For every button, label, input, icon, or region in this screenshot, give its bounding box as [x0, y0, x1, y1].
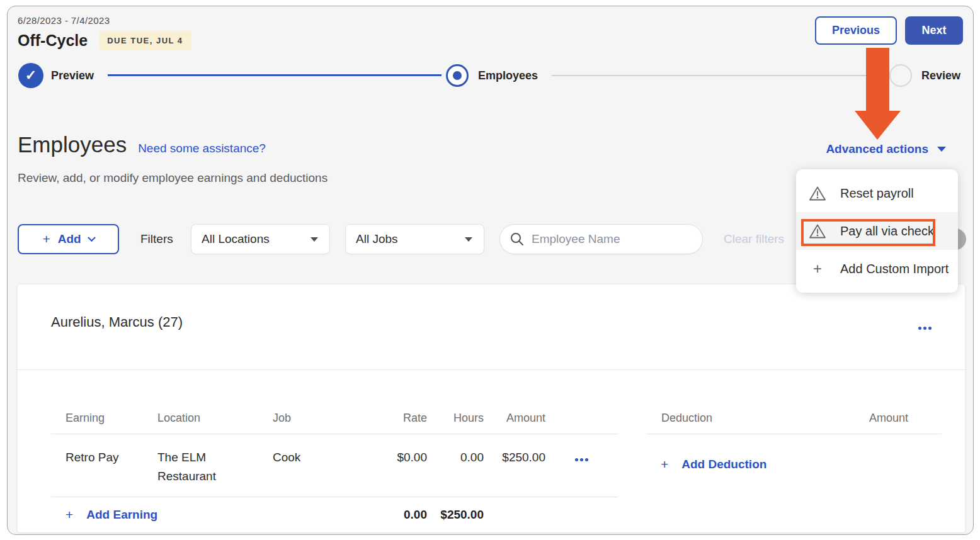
earnings-header-row: Earning Location Job Rate Hours Amount [51, 403, 618, 434]
clear-filters-button[interactable]: Clear filters [724, 224, 784, 254]
col-location: Location [157, 412, 273, 425]
add-deduction-button[interactable]: + Add Deduction [647, 434, 942, 472]
menu-item-label: Pay all via check [840, 224, 934, 239]
chevron-down-icon [88, 233, 96, 242]
location-filter-select[interactable]: All Locations [191, 224, 330, 254]
advanced-actions-label: Advanced actions [826, 142, 928, 156]
total-hours: 0.00 [372, 508, 427, 522]
step-review-label: Review [921, 69, 960, 82]
caret-down-icon [937, 147, 946, 152]
earning-amount: $250.00 [484, 448, 545, 488]
payroll-screen: 6/28/2023 - 7/4/2023 Off-Cycle DUE TUE, … [0, 0, 980, 540]
caret-down-icon [311, 237, 318, 242]
menu-item-label: Add Custom Import [840, 262, 949, 276]
earnings-table: Earning Location Job Rate Hours Amount R… [51, 403, 618, 532]
page-heading-row: Employees Need some assistance? [18, 132, 266, 157]
advanced-actions-button[interactable]: Advanced actions [826, 142, 946, 156]
annotation-arrow-icon [855, 48, 901, 140]
job-filter-value: All Jobs [356, 232, 398, 246]
menu-item-pay-all-via-check[interactable]: Pay all via check [796, 212, 958, 250]
wizard-nav-buttons: Previous Next [815, 16, 963, 45]
job-filter-select[interactable]: All Jobs [345, 224, 484, 254]
plus-icon: + [66, 507, 73, 522]
col-rate: Rate [372, 412, 427, 425]
employee-name: Aurelius, Marcus (27) [51, 314, 183, 330]
earning-job: Cook [273, 448, 372, 488]
employee-search-input[interactable] [532, 232, 692, 246]
col-amount: Amount [484, 412, 545, 425]
add-earning-button[interactable]: + Add Earning [51, 507, 372, 522]
step-employees-current-icon [446, 64, 469, 87]
stepper-connector-complete [108, 74, 442, 76]
location-filter-value: All Locations [202, 232, 270, 246]
col-deduction: Deduction [647, 412, 841, 425]
col-deduction-amount: Amount [841, 412, 942, 425]
plus-icon: + [661, 457, 668, 472]
col-hours: Hours [427, 412, 484, 425]
add-deduction-label: Add Deduction [681, 458, 766, 471]
plus-icon: + [809, 260, 826, 278]
menu-item-reset-payroll[interactable]: Reset payroll [796, 174, 958, 212]
ellipsis-icon [918, 327, 921, 330]
col-earning: Earning [51, 412, 157, 425]
earning-row-menu-button[interactable] [545, 448, 584, 488]
assistance-link[interactable]: Need some assistance? [138, 142, 266, 155]
step-employees-label: Employees [478, 69, 538, 82]
earning-name: Retro Pay [51, 448, 157, 488]
previous-button[interactable]: Previous [815, 16, 897, 45]
employee-search[interactable] [499, 224, 703, 254]
add-button-label: Add [58, 232, 81, 246]
warning-triangle-icon [809, 186, 826, 201]
title-row: Off-Cycle DUE TUE, JUL 4 [18, 31, 191, 50]
total-amount: $250.00 [427, 508, 484, 522]
stepper-connector-upcoming [552, 75, 887, 76]
deductions-table: Deduction Amount + Add Deduction [647, 403, 942, 472]
warning-triangle-icon [809, 223, 826, 239]
app-window: 6/28/2023 - 7/4/2023 Off-Cycle DUE TUE, … [7, 6, 974, 535]
step-preview-label: Preview [51, 69, 94, 82]
next-button[interactable]: Next [905, 16, 963, 45]
col-job: Job [273, 412, 372, 425]
plus-icon: + [42, 232, 50, 247]
page-title: Employees [18, 132, 127, 157]
pay-period-date-range: 6/28/2023 - 7/4/2023 [18, 15, 110, 26]
search-icon [510, 232, 524, 246]
employee-card: Aurelius, Marcus (27) Earning Location J… [18, 284, 965, 532]
menu-item-label: Reset payroll [840, 186, 914, 201]
step-preview-complete-icon: ✓ [18, 63, 43, 88]
payroll-type-title: Off-Cycle [18, 31, 88, 50]
due-date-badge: DUE TUE, JUL 4 [99, 31, 191, 50]
ellipsis-icon [575, 458, 578, 461]
current-step-dot [453, 71, 462, 80]
add-button[interactable]: + Add [18, 224, 119, 254]
earning-hours: 0.00 [427, 448, 484, 488]
page-subtitle: Review, add, or modify employee earnings… [18, 171, 328, 185]
earning-location: The ELM Restaurant [157, 448, 232, 486]
advanced-actions-menu: Reset payroll Pay all via check + Add Cu… [796, 169, 958, 293]
employee-menu-button[interactable] [918, 321, 933, 332]
check-icon: ✓ [25, 67, 37, 84]
earning-row: Retro Pay The ELM Restaurant Cook $0.00 … [51, 434, 618, 497]
add-earning-label: Add Earning [86, 508, 157, 522]
filters-label: Filters [140, 224, 173, 254]
caret-down-icon [465, 237, 472, 242]
menu-item-add-custom-import[interactable]: + Add Custom Import [796, 250, 958, 288]
employee-card-header: Aurelius, Marcus (27) [18, 284, 965, 370]
deductions-header-row: Deduction Amount [647, 403, 942, 434]
earnings-footer-row: + Add Earning 0.00 $250.00 [51, 497, 618, 532]
earning-rate: $0.00 [372, 448, 427, 488]
